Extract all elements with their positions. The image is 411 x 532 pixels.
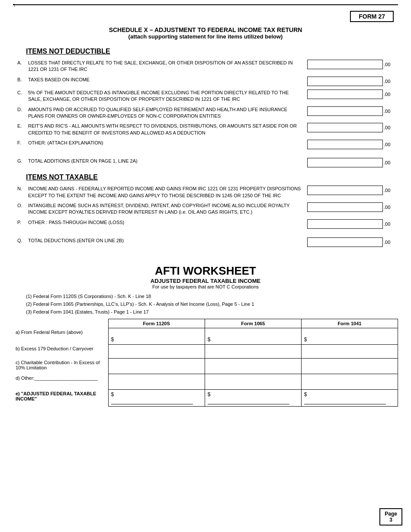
- schedule-subtitle: (attach supporting statement for line it…: [13, 33, 398, 40]
- line-p-input[interactable]: [307, 219, 383, 229]
- line-e-input-area: .00: [307, 123, 394, 132]
- row-e-input-1120s[interactable]: [111, 397, 193, 404]
- row-a-dollar-1: $: [111, 337, 202, 343]
- row-e-input-1041[interactable]: [304, 397, 386, 404]
- line-e-text: REIT'S AND RIC'S - ALL AMOUNTS WITH RESP…: [28, 123, 307, 136]
- row-e-dollar-3: $: [304, 391, 395, 397]
- header-section: SCHEDULE X – ADJUSTMENT TO FEDERAL INCOM…: [13, 26, 398, 40]
- line-f-label: F.: [17, 140, 28, 145]
- row-a-dollar-2: $: [208, 337, 299, 343]
- line-d-input-area: .00: [307, 106, 394, 116]
- line-o-label: O.: [17, 202, 28, 208]
- row-c-text: Charitable Contribution - In Excess of 1…: [16, 360, 100, 370]
- line-n-input[interactable]: [307, 186, 383, 195]
- row-a-input-1041[interactable]: [304, 330, 395, 337]
- line-p-input-area: .00: [307, 219, 394, 229]
- line-d-text: AMOUNTS PAID OR ACCRUED TO QUALIFIED SEL…: [28, 106, 307, 120]
- line-f-row: F. OTHER: (ATTACH EXPLANATION) .00: [13, 140, 398, 149]
- row-e-input-1065[interactable]: [208, 397, 289, 404]
- line-a-input-area: .00: [307, 60, 394, 69]
- table-row: d) Other:________________________: [13, 374, 398, 389]
- col-header-1120s: Form 1120S: [108, 319, 205, 328]
- row-a-input-1120s[interactable]: [111, 330, 202, 337]
- row-c-col2: [205, 358, 301, 374]
- section2-title: ITEMS NOT TAXABLE: [26, 173, 398, 181]
- line-a-input[interactable]: [307, 60, 383, 69]
- row-e-letter: e): [16, 391, 20, 396]
- row-e-col2: $: [205, 389, 301, 406]
- line-d-cents: .00: [384, 106, 390, 116]
- line-c-row: C. 5% OF THE AMOUNT DEDUCTED AS INTANGIB…: [13, 90, 398, 103]
- line-o-row: O. INTANGIBLE INCOME SUCH AS INTEREST, D…: [13, 202, 398, 216]
- line-e-input[interactable]: [307, 123, 383, 132]
- table-row: b) Excess 179 Deduction / Carryover: [13, 344, 398, 358]
- row-d-text: Other:________________________: [21, 375, 98, 381]
- row-d-input-1041[interactable]: [304, 376, 395, 382]
- corner-mark: ┐: [13, 2, 16, 6]
- row-d-col2: [205, 374, 301, 389]
- line-q-input[interactable]: [307, 237, 383, 247]
- row-a-letter: a): [16, 330, 20, 335]
- line-b-input[interactable]: [307, 77, 383, 86]
- section1-title: ITEMS NOT DEDUCTIBLE: [26, 48, 398, 55]
- line-q-label: Q.: [17, 237, 28, 243]
- line-c-input[interactable]: [307, 90, 383, 99]
- line-o-input-area: .00: [307, 202, 394, 212]
- row-b-label: b) Excess 179 Deduction / Carryover: [13, 344, 108, 358]
- afti-section: AFTI WORKSHEET ADJUSTED FEDERAL TAXABLE …: [13, 264, 398, 289]
- afti-table: Form 1120S Form 1065 Form 1041 a) From F…: [13, 319, 398, 407]
- line-a-text: LOSSES THAT DIRECTLY RELATE TO THE SALE,…: [28, 60, 307, 73]
- afti-note: For use by taxpayers that are NOT C Corp…: [13, 284, 398, 289]
- line-b-row: B. TAXES BASED ON INCOME .00: [13, 77, 398, 86]
- row-c-input-1041[interactable]: [304, 360, 395, 367]
- line-c-cents: .00: [384, 90, 390, 99]
- line-e-label: E.: [17, 123, 28, 128]
- line-c-label: C.: [17, 90, 28, 95]
- line-d-input[interactable]: [307, 106, 383, 116]
- row-a-dollar-3: $: [304, 337, 395, 343]
- line-a-cents: .00: [384, 60, 390, 69]
- line-q-row: Q. TOTAL DEDUCTIONS (ENTER ON LINE 2B) .…: [13, 237, 398, 247]
- line-g-input[interactable]: [307, 158, 383, 167]
- line-d-row: D. AMOUNTS PAID OR ACCRUED TO QUALIFIED …: [13, 106, 398, 120]
- line-g-input-area: .00: [307, 158, 394, 167]
- line-f-input-area: .00: [307, 140, 394, 149]
- row-d-input-1065[interactable]: [208, 376, 299, 382]
- afti-list: (1) Federal Form 1120S (S Corporations) …: [26, 294, 385, 314]
- row-e-dollar-1: $: [111, 391, 202, 397]
- line-c-text: 5% OF THE AMOUNT DEDUCTED AS INTANGIBLE …: [28, 90, 307, 103]
- line-p-text: OTHER : PASS-THROUGH INCOME (LOSS): [28, 219, 307, 226]
- row-b-col3: [301, 344, 398, 358]
- row-e-col1: $: [108, 389, 205, 406]
- row-a-input-1065[interactable]: [208, 330, 299, 337]
- line-g-cents: .00: [384, 158, 390, 167]
- row-c-input-1120s[interactable]: [111, 360, 202, 367]
- row-a-label: a) From Federal Return (above): [13, 328, 108, 344]
- form-title: FORM 27: [350, 11, 394, 22]
- row-b-text: Excess 179 Deduction / Carryover: [21, 346, 93, 351]
- afti-subtitle: ADJUSTED FEDERAL TAXABLE INCOME: [13, 278, 398, 284]
- row-b-input-1065[interactable]: [208, 346, 299, 353]
- line-p-cents: .00: [384, 219, 390, 229]
- empty-header: [13, 319, 108, 328]
- line-e-row: E. REIT'S AND RIC'S - ALL AMOUNTS WITH R…: [13, 123, 398, 136]
- row-b-input-1120s[interactable]: [111, 346, 202, 353]
- line-a-label: A.: [17, 60, 28, 65]
- page-number: 3: [385, 517, 397, 523]
- line-f-input[interactable]: [307, 140, 383, 149]
- row-c-input-1065[interactable]: [208, 360, 299, 367]
- row-d-input-1120s[interactable]: [111, 376, 202, 382]
- afti-list-item-1: (1) Federal Form 1120S (S Corporations) …: [26, 294, 385, 299]
- line-f-text: OTHER: (ATTACH EXPLANATION): [28, 140, 307, 146]
- line-o-input[interactable]: [307, 202, 383, 212]
- row-c-col3: [301, 358, 398, 374]
- row-b-input-1041[interactable]: [304, 346, 395, 353]
- row-e-text: "ADJUSTED FEDERAL TAXABLE INCOME": [16, 391, 96, 401]
- row-e-label: e) "ADJUSTED FEDERAL TAXABLE INCOME": [13, 389, 108, 406]
- row-e-dollar-2: $: [208, 391, 299, 397]
- afti-list-item-2: (2) Federal Form 1065 (Partnerships, LLC…: [26, 301, 385, 307]
- row-c-letter: c): [16, 360, 19, 365]
- row-b-col2: [205, 344, 301, 358]
- afti-list-item-3: (3) Federal Form 1041 (Estates, Trusts) …: [26, 309, 385, 314]
- col-header-1065: Form 1065: [205, 319, 301, 328]
